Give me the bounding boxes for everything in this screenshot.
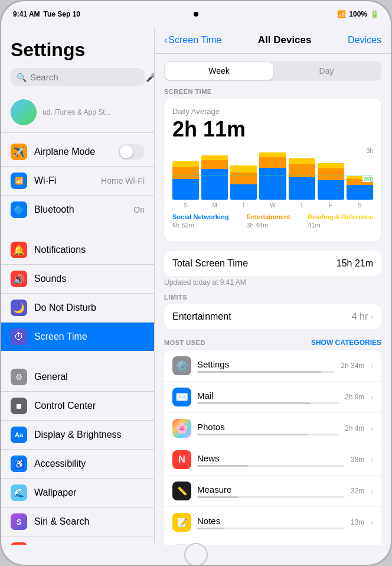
displaybrightness-icon: Aa: [11, 427, 27, 443]
avg-line: avg: [172, 175, 373, 182]
avg-label: avg: [362, 175, 373, 182]
app-item-notes[interactable]: 📝 Notes 13m ›: [164, 507, 381, 538]
sidebar-item-displaybrightness[interactable]: Aa Display & Brightness: [1, 421, 154, 450]
search-icon: 🔍: [17, 73, 27, 82]
home-indicator: [1, 545, 391, 565]
settings-app-info: Settings: [197, 359, 335, 373]
settings-app-bar: [197, 371, 335, 373]
sounds-icon: 🔊: [11, 271, 27, 287]
airplane-toggle[interactable]: [119, 144, 145, 160]
search-box[interactable]: 🔍 🎤: [11, 68, 145, 86]
bar-social-fri: [318, 180, 344, 200]
bar-day-fri: F: [329, 202, 332, 209]
screentime-icon: ⏱: [11, 328, 27, 345]
settings-chevron: ›: [370, 361, 373, 370]
donotdisturb-icon: 🌙: [11, 300, 27, 316]
bar-reading-mon: [201, 155, 228, 160]
settings-group-connectivity: ✈️ Airplane Mode 📶 Wi-Fi Home Wi-Fi 🔷 Bl…: [1, 138, 154, 224]
news-app-time: 38m: [351, 456, 364, 464]
nav-back-button[interactable]: ‹ Screen Time: [164, 35, 221, 45]
show-categories-button[interactable]: SHOW CATEGORIES: [311, 339, 381, 347]
nav-action-button[interactable]: Devices: [348, 35, 381, 45]
limit-item-entertainment[interactable]: Entertainment 4 hr ›: [164, 304, 381, 329]
news-app-bar: [197, 465, 345, 467]
wallpaper-icon: 🌊: [11, 484, 27, 501]
category-reading-time: 41m: [308, 222, 373, 229]
app-item-mail[interactable]: ✉️ Mail 2h 9m ›: [164, 382, 381, 413]
sidebar-item-siri[interactable]: S Siri & Search: [1, 508, 154, 536]
time-period-selector[interactable]: Week Day: [164, 61, 381, 81]
wifi-icon-sidebar: 📶: [11, 173, 27, 189]
sidebar-item-airplane[interactable]: ✈️ Airplane Mode: [1, 138, 154, 167]
nav-back-label[interactable]: Screen Time: [168, 35, 221, 45]
bar-social-mon: [201, 169, 228, 200]
bar-day-mon: M: [213, 202, 217, 209]
app-item-news[interactable]: N News 38m ›: [164, 444, 381, 476]
category-entertainment-time: 3h 44m: [246, 222, 290, 229]
wifi-icon: 📶: [337, 10, 346, 18]
settings-group-display: ⚙ General ◼ Control Center Aa Display & …: [1, 363, 154, 545]
category-reading: Reading & Reference 41m: [308, 213, 373, 229]
daily-avg-time: 2h 11m: [172, 117, 373, 142]
app-item-settings[interactable]: ⚙️ Settings 2h 34m ›: [164, 350, 381, 382]
user-profile[interactable]: ud, iTunes & App St...: [1, 92, 154, 133]
siri-icon: S: [11, 513, 27, 530]
camera-dot-container: [194, 12, 198, 17]
mail-chevron: ›: [370, 392, 373, 402]
status-bar-right: 📶 100% 🔋: [337, 10, 379, 18]
sounds-label: Sounds: [34, 274, 145, 284]
battery-display: 100%: [349, 10, 367, 18]
wifi-value: Home Wi-Fi: [101, 176, 145, 186]
sidebar-item-donotdisturb[interactable]: 🌙 Do Not Disturb: [1, 294, 154, 323]
bar-reading-fri: [318, 163, 344, 168]
tab-week[interactable]: Week: [165, 62, 273, 80]
device-frame: 9:41 AM Tue Sep 10 📶 100% 🔋 Settings 🔍 🎤: [1, 1, 391, 565]
bar-day-thu: T: [300, 202, 303, 209]
home-button[interactable]: [184, 543, 208, 565]
avatar: [11, 99, 37, 125]
app-item-photos[interactable]: 🌸 Photos 2h 4m ›: [164, 413, 381, 444]
donotdisturb-label: Do Not Disturb: [34, 302, 145, 313]
sidebar: Settings 🔍 🎤 ud, iTunes & App St... ✈️: [1, 27, 155, 545]
sidebar-item-wallpaper[interactable]: 🌊 Wallpaper: [1, 479, 154, 508]
mail-app-time: 2h 9m: [345, 393, 364, 401]
notes-app-name: Notes: [197, 516, 345, 526]
battery-icon: 🔋: [370, 10, 379, 18]
accessibility-icon: ♿: [11, 456, 27, 472]
status-bar: 9:41 AM Tue Sep 10 📶 100% 🔋: [1, 1, 391, 27]
bar-entertainment-mon: [201, 160, 228, 169]
main-content: Settings 🔍 🎤 ud, iTunes & App St... ✈️: [1, 27, 391, 545]
sidebar-item-general[interactable]: ⚙ General: [1, 363, 154, 392]
sidebar-item-wifi[interactable]: 📶 Wi-Fi Home Wi-Fi: [1, 167, 154, 196]
mail-app-name: Mail: [197, 391, 339, 401]
mail-app-icon: ✉️: [172, 388, 191, 406]
bluetooth-label: Bluetooth: [34, 204, 126, 215]
app-item-measure[interactable]: 📏 Measure 32m ›: [164, 476, 381, 507]
sidebar-item-accessibility[interactable]: ♿ Accessibility: [1, 450, 154, 479]
photos-app-name: Photos: [197, 422, 339, 432]
bar-group-sun: S: [172, 161, 199, 209]
toggle-knob: [120, 145, 133, 158]
total-screen-time-row: Total Screen Time 15h 21m: [164, 251, 381, 276]
settings-group-notifications: 🔔 Notifications 🔊 Sounds 🌙 Do Not Distur…: [1, 236, 154, 351]
bluetooth-value: On: [133, 205, 145, 214]
category-social-time: 6h 52m: [172, 222, 228, 229]
chevron-icon: ›: [370, 312, 373, 321]
bar-entertainment-wed: [259, 157, 286, 168]
bar-reading-thu: [289, 158, 315, 164]
tab-day[interactable]: Day: [273, 62, 380, 80]
category-entertainment: Entertainment 3h 44m: [246, 213, 290, 229]
sidebar-item-touchid[interactable]: 👆 Touch ID & Passcode: [1, 536, 154, 545]
search-input[interactable]: [30, 72, 142, 82]
settings-app-bar-fill: [197, 371, 321, 373]
sidebar-item-notifications[interactable]: 🔔 Notifications: [1, 236, 154, 265]
bar-day-sun: S: [184, 202, 188, 209]
sidebar-item-bluetooth[interactable]: 🔷 Bluetooth On: [1, 196, 154, 224]
sidebar-item-sounds[interactable]: 🔊 Sounds: [1, 265, 154, 294]
category-entertainment-name: Entertainment: [246, 213, 290, 220]
sidebar-item-controlcenter[interactable]: ◼ Control Center: [1, 392, 154, 421]
bar-chart: avg S: [172, 155, 373, 209]
daily-avg-label: Daily Average: [172, 107, 373, 116]
sidebar-item-screentime[interactable]: ⏱ Screen Time: [1, 323, 154, 351]
bar-stack-tue: [230, 165, 257, 200]
